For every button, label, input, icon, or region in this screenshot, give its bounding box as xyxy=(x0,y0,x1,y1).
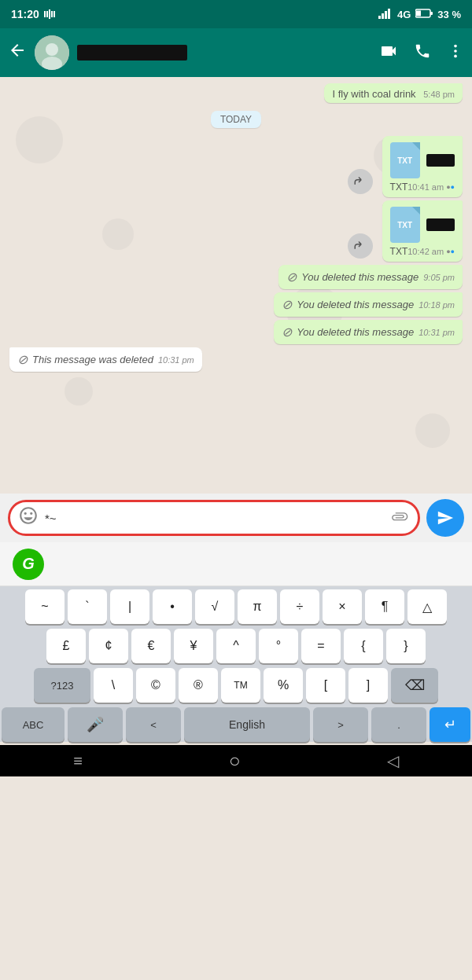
status-right: 4G 33 % xyxy=(378,8,461,21)
nav-home-button[interactable]: ○ xyxy=(229,750,241,772)
key-yen[interactable]: ¥ xyxy=(174,629,213,663)
key-rbracket[interactable]: ] xyxy=(348,668,388,703)
svg-rect-0 xyxy=(44,11,46,17)
message-row-2: TXT TXT 10:42 am ● ● xyxy=(9,200,463,262)
key-triangle[interactable]: △ xyxy=(407,589,447,624)
key-enter[interactable]: ↵ xyxy=(430,707,470,742)
nav-menu-button[interactable]: ≡ xyxy=(73,752,83,770)
key-euro[interactable]: € xyxy=(131,629,171,663)
key-numbers[interactable]: ?123 xyxy=(34,668,90,703)
key-rbrace[interactable]: } xyxy=(386,629,426,663)
nav-back-button[interactable]: ◁ xyxy=(387,751,399,770)
deleted-time-6: 10:31 pm xyxy=(158,355,194,365)
key-degree[interactable]: ° xyxy=(259,629,298,663)
key-caret[interactable]: ^ xyxy=(216,629,256,663)
file-content-1: TXT xyxy=(390,142,455,178)
keyboard-row-1: ~ ` | • √ π ÷ × ¶ △ xyxy=(2,589,470,624)
msg-time-1: 10:41 am xyxy=(407,182,444,192)
key-period[interactable]: . xyxy=(371,707,426,742)
deleted-message-6: ⊘ This message was deleted 10:31 pm xyxy=(9,347,202,372)
key-copyright[interactable]: © xyxy=(136,668,175,703)
key-equals[interactable]: = xyxy=(301,629,341,663)
prev-message-bubble: I fly with coal drink 5:48 pm xyxy=(324,83,463,103)
key-trademark[interactable]: TM xyxy=(221,668,260,703)
file-type-label-2: TXT xyxy=(390,246,408,257)
svg-point-13 xyxy=(46,43,58,56)
key-percent[interactable]: % xyxy=(264,668,303,703)
read-indicator-2: ● ● xyxy=(446,248,455,255)
key-delete[interactable]: ⌫ xyxy=(391,668,438,703)
key-lbrace[interactable]: { xyxy=(344,629,383,663)
key-mic[interactable]: 🎤 xyxy=(68,707,123,742)
key-cent[interactable]: ¢ xyxy=(89,629,128,663)
message-input[interactable] xyxy=(39,512,393,525)
svg-rect-4 xyxy=(53,11,55,17)
key-lbracket[interactable]: [ xyxy=(306,668,345,703)
file-message-2: TXT TXT 10:42 am ● ● xyxy=(382,200,463,262)
svg-rect-3 xyxy=(51,11,53,17)
back-button[interactable] xyxy=(8,41,27,64)
contact-info[interactable] xyxy=(77,45,371,61)
file-name-redacted-2 xyxy=(426,218,455,231)
status-time: 11:20 xyxy=(11,8,39,20)
deleted-time-4: 10:18 pm xyxy=(419,300,455,310)
keyboard-row-3: ?123 \ © ® TM % [ ] ⌫ xyxy=(2,668,470,703)
key-pilcrow[interactable]: ¶ xyxy=(365,589,404,624)
file-message-1: TXT TXT 10:41 am ● ● xyxy=(382,136,463,197)
prev-message-row: I fly with coal drink 5:48 pm xyxy=(9,83,463,103)
key-less[interactable]: < xyxy=(126,707,181,742)
contact-name-redacted xyxy=(77,45,187,61)
message-input-wrapper xyxy=(8,500,420,536)
key-bullet[interactable]: • xyxy=(153,589,192,624)
keyboard-row-4: ABC 🎤 < English > . ↵ xyxy=(2,707,470,742)
key-registered[interactable]: ® xyxy=(179,668,218,703)
key-pound[interactable]: £ xyxy=(46,629,86,663)
chat-scroll[interactable]: I fly with coal drink 5:48 pm TODAY TXT … xyxy=(0,77,472,494)
header-actions xyxy=(379,42,464,64)
more-options-button[interactable] xyxy=(447,42,464,64)
chat-header xyxy=(0,28,472,77)
network-label: 4G xyxy=(397,9,411,20)
keyboard-row-2: £ ¢ € ¥ ^ ° = { } xyxy=(2,629,470,663)
svg-point-16 xyxy=(454,44,457,47)
key-abc[interactable]: ABC xyxy=(2,707,65,742)
send-button[interactable] xyxy=(426,499,464,537)
message-row-5: ⊘ You deleted this message 10:31 pm xyxy=(9,320,463,344)
attach-button[interactable] xyxy=(388,505,415,532)
grammarly-button[interactable]: G xyxy=(13,549,44,580)
forward-icon-1 xyxy=(348,169,373,194)
deleted-icon-6: ⊘ xyxy=(17,352,28,367)
date-divider: TODAY xyxy=(9,111,463,128)
status-bar: 11:20 4G 33 % xyxy=(0,0,472,28)
key-space[interactable]: English xyxy=(184,707,310,742)
svg-rect-5 xyxy=(378,16,381,19)
status-left: 11:20 xyxy=(11,8,58,20)
message-row-4: ⊘ You deleted this message 10:18 pm xyxy=(9,292,463,317)
forward-icon-2 xyxy=(348,233,373,259)
key-greater[interactable]: > xyxy=(313,707,368,742)
keyboard-icon xyxy=(44,9,58,19)
key-backslash[interactable]: \ xyxy=(94,668,133,703)
key-times[interactable]: × xyxy=(323,589,362,624)
key-tilde[interactable]: ~ xyxy=(25,589,65,624)
deleted-time-5: 10:31 pm xyxy=(419,328,455,337)
svg-rect-11 xyxy=(430,12,433,15)
emoji-button[interactable] xyxy=(18,505,39,530)
input-bar xyxy=(0,494,472,542)
video-call-button[interactable] xyxy=(379,42,398,64)
grammarly-label: G xyxy=(22,555,35,573)
avatar[interactable] xyxy=(35,35,69,70)
key-sqrt[interactable]: √ xyxy=(195,589,234,624)
avatar-image xyxy=(35,35,69,70)
svg-rect-10 xyxy=(416,10,421,16)
deleted-text-6: This message was deleted xyxy=(32,354,153,365)
date-label: TODAY xyxy=(211,111,261,128)
svg-rect-2 xyxy=(49,9,50,19)
svg-point-18 xyxy=(454,54,457,57)
key-divide[interactable]: ÷ xyxy=(280,589,319,624)
voice-call-button[interactable] xyxy=(414,42,431,64)
key-pi[interactable]: π xyxy=(238,589,277,624)
key-pipe[interactable]: | xyxy=(110,589,149,624)
key-backtick[interactable]: ` xyxy=(68,589,107,624)
file-content-2: TXT xyxy=(390,207,455,243)
